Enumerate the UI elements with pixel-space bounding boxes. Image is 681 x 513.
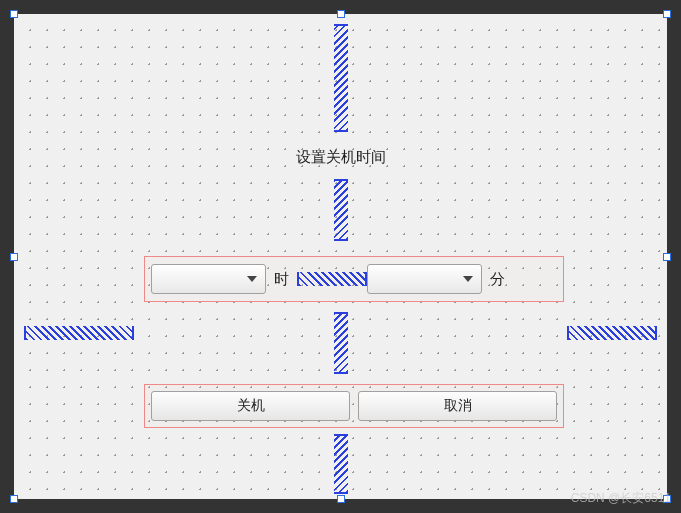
chevron-down-icon bbox=[247, 276, 257, 282]
resize-handle-bottom-mid[interactable] bbox=[337, 495, 345, 503]
action-button-row[interactable]: 关机 取消 bbox=[144, 384, 564, 428]
minute-combobox[interactable] bbox=[367, 264, 482, 294]
resize-handle-mid-right[interactable] bbox=[663, 253, 671, 261]
vertical-spacer-3[interactable] bbox=[334, 312, 348, 374]
hour-combobox[interactable] bbox=[151, 264, 266, 294]
shutdown-button-label: 关机 bbox=[237, 397, 265, 415]
resize-handle-bottom-left[interactable] bbox=[10, 495, 18, 503]
hour-unit-label: 时 bbox=[266, 270, 297, 289]
horizontal-spacer-right[interactable] bbox=[567, 326, 657, 340]
vertical-spacer-top[interactable] bbox=[334, 24, 348, 132]
minute-unit-label: 分 bbox=[482, 270, 513, 289]
chevron-down-icon bbox=[463, 276, 473, 282]
horizontal-spacer-left[interactable] bbox=[24, 326, 134, 340]
vertical-spacer-bottom[interactable] bbox=[334, 434, 348, 494]
resize-handle-top-left[interactable] bbox=[10, 10, 18, 18]
title-label[interactable]: 设置关机时间 bbox=[296, 148, 386, 167]
resize-handle-top-right[interactable] bbox=[663, 10, 671, 18]
watermark-text: CSDN @长安6511 bbox=[571, 490, 671, 507]
form-designer-canvas[interactable]: 设置关机时间 时 分 关机 取消 bbox=[14, 14, 667, 499]
horizontal-spacer-inline[interactable] bbox=[297, 272, 367, 286]
resize-handle-mid-left[interactable] bbox=[10, 253, 18, 261]
cancel-button[interactable]: 取消 bbox=[358, 391, 557, 421]
time-select-row[interactable]: 时 分 bbox=[144, 256, 564, 302]
shutdown-button[interactable]: 关机 bbox=[151, 391, 350, 421]
cancel-button-label: 取消 bbox=[444, 397, 472, 415]
vertical-spacer-2[interactable] bbox=[334, 179, 348, 241]
resize-handle-top-mid[interactable] bbox=[337, 10, 345, 18]
